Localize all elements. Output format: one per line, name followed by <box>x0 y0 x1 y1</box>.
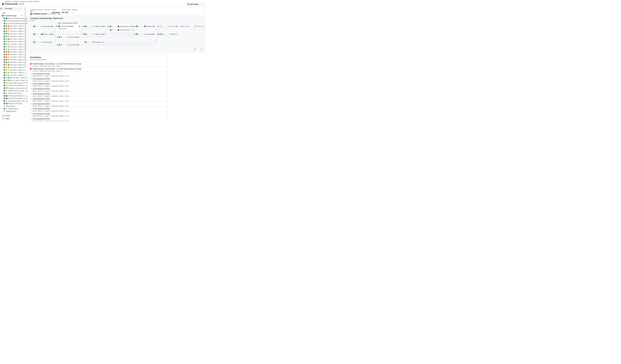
sidebar-job-item[interactable]: Package in Source and Wheel... <box>0 87 24 89</box>
sidebar-job-item[interactable]: PublishOnPyPI <box>0 110 24 113</box>
sidebar-scrollbar[interactable] <box>25 6 26 121</box>
actor-pushed[interactable]: Paebbels pushed <box>33 13 47 15</box>
sidebar-job-item[interactable]: Unit Tests - Python 3.10 <box>0 40 24 43</box>
annotations-subtitle: 2 errors and 10 warnings <box>30 59 165 60</box>
annotation-title[interactable]: ×SimplePackage / DocCoverage /Check docu… <box>30 68 165 70</box>
sidebar-job-item[interactable]: Unit Tests - Python 3.9 <box>0 64 24 66</box>
breadcrumb[interactable]: Verification of Pipeline Templates (Simp… <box>4 1 39 2</box>
sidebar-job-item[interactable]: ReleasePage <box>0 105 24 107</box>
sidebar-job-item[interactable]: Intermediate Artifact Cleanup <box>0 100 24 102</box>
job-label: Unit Tests - Python 3.12 <box>10 59 26 60</box>
sidebar-job-item[interactable]: HTML Documentation using ... <box>0 95 24 97</box>
sidebar-job-item[interactable]: Unit Tests - Python 3.12 <box>0 45 24 48</box>
sidebar-job-item[interactable]: Unit Tests - Python 3.12 <box>0 58 24 61</box>
sidebar-item-summary[interactable]: ⌂ Summary <box>1 7 23 10</box>
graph-node-publish-to-pypi[interactable]: Simple... / ... /Publish to PyPI <box>182 25 204 28</box>
check-icon <box>4 64 5 66</box>
sidebar-job-item[interactable]: Unit Tests - Python 3.13 <box>0 61 24 63</box>
graph-node-generate-params-2[interactable]: S... / ... /Generate pipelin...0s <box>32 40 52 44</box>
avatar[interactable] <box>30 13 32 15</box>
windows-icon <box>6 43 7 45</box>
annotation-title[interactable]: ×SimplePackage / DocCoverage /Check docu… <box>30 63 165 65</box>
fullscreen-button[interactable] <box>193 47 196 50</box>
dot-green-icon <box>10 77 12 78</box>
annotation-title[interactable]: ⚠pyTooling/upload-artifact <box>30 78 165 80</box>
sidebar-job-item[interactable]: Unit Tests - Python 3.11 <box>0 56 24 58</box>
annotation-title[interactable]: ⚠pyTooling/upload-artifact <box>30 83 165 85</box>
sidebar-job-item[interactable]: Unit Tests - Python 3.13 <box>0 48 24 51</box>
sidebar-job-item[interactable]: Extract configurations from p... <box>0 17 24 19</box>
sidebar-job-item[interactable]: Artifact Cleanup <box>0 107 24 110</box>
sidebar-job-item[interactable]: Unit Tests - Python 3.12 <box>0 33 24 35</box>
scrollbar-up-arrow[interactable] <box>25 6 25 7</box>
sidebar-job-item[interactable]: Publish Test Results <box>0 92 24 95</box>
annotation-title[interactable]: ⚠pyTooling/upload-artifact <box>30 118 165 120</box>
sidebar-job-item[interactable]: Generate pipeline parameters <box>0 22 24 25</box>
job-name: LaTeX Docume... <box>120 29 131 31</box>
chevron-up-icon[interactable] <box>21 15 23 17</box>
check-icon <box>4 108 5 110</box>
sidebar-job-item[interactable]: Check Static Typing using Pyt... <box>0 82 24 84</box>
sidebar-job-item[interactable]: Unit Tests - Python 3.10 <box>0 27 24 30</box>
sidebar-job-item[interactable]: Unit Tests - Python 3.12 <box>0 76 24 79</box>
sidebar-group-simplepackage[interactable]: SimplePackage <box>2 15 23 17</box>
back-arrow-icon[interactable]: ← <box>1 0 3 2</box>
sidebar-job-item[interactable]: Check documentation covera... <box>0 84 24 87</box>
graph-group-documentation[interactable]: S... / ... /HTML Docume...55sS... / ... … <box>108 24 131 32</box>
check-icon <box>4 17 5 19</box>
matrix-tab[interactable]: Matrix: SimplePackage / UnitTest... <box>57 22 80 24</box>
sidebar-job-item[interactable]: Unit Tests - Python 3.11 <box>0 30 24 33</box>
sidebar-job-item[interactable]: Unit Tests - Python 3.12 <box>0 79 24 82</box>
annotation-title[interactable]: ⚠pyTooling/upload-artifact <box>30 113 165 115</box>
graph-node-html-documentation[interactable]: S... / ... /HTML Docume...55s <box>108 25 131 28</box>
graph-node-check-documentation[interactable]: S... / ... /Check docume...18s <box>58 43 78 47</box>
sidebar-job-item[interactable]: Publish Code Coverage Results <box>0 89 24 92</box>
sidebar-job-item[interactable]: Unit Tests - Python 3.9 <box>0 25 24 27</box>
annotation-title[interactable]: ⚠pyTooling/upload-artifact <box>30 93 165 95</box>
sidebar-item-workflow-file[interactable]: Workflow file <box>0 121 24 121</box>
sidebar-item-usage[interactable]: Usage <box>0 117 24 120</box>
annotation-title[interactable]: ⚠pyTooling/upload-artifact <box>30 73 165 75</box>
sidebar-job-item[interactable]: Unit Tests - Python 3.10 <box>0 53 24 56</box>
graph-node-extract-configurations[interactable]: S... / ... /Extract configur...4s <box>32 33 52 36</box>
workflow-run-page: ← Verification of Pipeline Templates (Si… <box>0 0 207 121</box>
annotation-detail: macOS doesn't support removing hidden fi… <box>33 90 165 92</box>
matrix-card[interactable]: 22 jobs completed Show all jobs <box>57 24 79 31</box>
graph-node-package-source-wheel[interactable]: S... / ... /Package in Sou...18s <box>83 40 104 44</box>
zoom-in-button[interactable]: + <box>200 48 203 50</box>
sidebar-job-item[interactable]: Unit Tests - Python 3.13 <box>0 74 24 76</box>
job-prefix: S... / ... / <box>61 44 67 46</box>
sidebar-job-item[interactable]: Unit Tests - Python 3.9 <box>0 51 24 53</box>
graph-node-create-release-page[interactable]: S... / ... /Create 'Release Pa... <box>158 25 177 28</box>
zoom-out-button[interactable]: − <box>197 48 200 50</box>
annotation-title[interactable]: ⚠pyTooling/upload-artifact <box>30 88 165 90</box>
annotation-title[interactable]: ⚠pyTooling/upload-artifact <box>30 98 165 100</box>
sidebar-job-item[interactable]: Unit Tests - Python 3.12 <box>0 71 24 74</box>
graph-node-publish-test-results[interactable]: S... / ... /Publish Test Re...13s <box>83 33 104 36</box>
graph-node-publish-gh-pages[interactable]: S... / ... /Publish to GH-P...7s <box>135 25 154 28</box>
annotation-title[interactable]: ⚠pyTooling/upload-artifact <box>30 103 165 105</box>
sidebar-job-item[interactable]: Publish to GH-Pages <box>0 102 24 105</box>
graph-node-latex-documentation[interactable]: S... / ... /LaTeX Docume...51s <box>108 28 131 32</box>
graph-port <box>104 26 104 27</box>
graph-node-generate-params-1[interactable]: S... / ... /Generate pipelin...0s <box>32 25 52 28</box>
rerun-all-jobs-button[interactable]: Re-run all jobs <box>186 2 200 6</box>
sidebar-job-item[interactable]: Unit Tests - Python 3.10 <box>0 66 24 69</box>
dot-red-icon <box>8 64 9 65</box>
show-all-jobs-link[interactable]: Show all jobs <box>58 28 78 30</box>
sidebar-job-item[interactable]: Generate pipeline parameters <box>0 19 24 22</box>
annotation-row: ⚠pyTooling/upload-artifactmacOS doesn't … <box>28 87 167 92</box>
sidebar-job-item[interactable]: Unit Tests - Python 3.9 <box>0 38 24 40</box>
sidebar-job-item[interactable]: Unit Tests - Python 3.11 <box>0 43 24 45</box>
sidebar-job-item[interactable]: Unit Tests - Python 3.11 <box>0 69 24 71</box>
job-label: Unit Tests - Python 3.13 <box>10 74 26 76</box>
sidebar-job-item[interactable]: LaTeX Documentation using ... <box>0 97 24 100</box>
more-options-button[interactable]: ··· <box>201 2 205 6</box>
annotation-title[interactable]: ⚠pyTooling/upload-artifact <box>30 108 165 110</box>
graph-node-artifact-cleanup[interactable]: Sim... / ... /Artifact Cleanup4s <box>158 33 177 36</box>
graph-node-check-static-typing[interactable]: S... / ... /Check Static Ty...17s <box>58 35 78 39</box>
scrollbar-thumb[interactable] <box>25 8 26 67</box>
graph-node-intermediate-cleanup[interactable]: S... / ... /Intermediate A...16s <box>135 33 154 36</box>
graph-node-publish-code-coverage[interactable]: S... / ... /Publish Code C...20s <box>83 25 104 28</box>
sidebar-job-item[interactable]: Unit Tests - Python 3.13 <box>0 35 24 38</box>
